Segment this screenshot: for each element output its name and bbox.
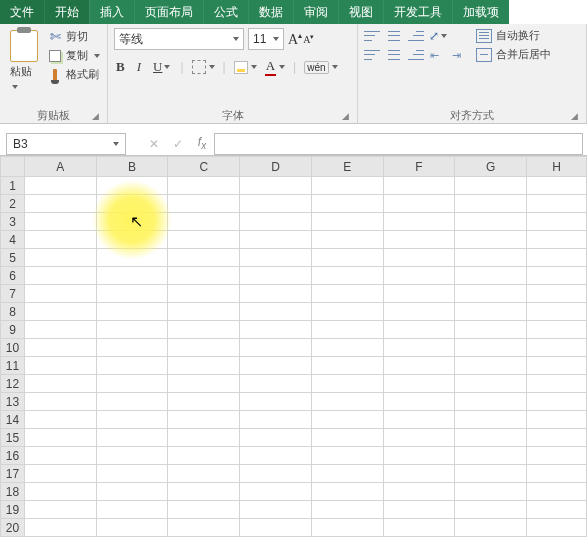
cell[interactable] xyxy=(24,177,96,195)
tab-file[interactable]: 文件 xyxy=(0,0,44,24)
cell[interactable] xyxy=(96,231,168,249)
cell[interactable] xyxy=(383,357,455,375)
cell[interactable] xyxy=(383,519,455,537)
cell[interactable] xyxy=(168,357,240,375)
cell[interactable] xyxy=(455,411,527,429)
cell[interactable] xyxy=(96,501,168,519)
fill-color-button[interactable] xyxy=(234,61,257,74)
cell[interactable] xyxy=(311,447,383,465)
cell[interactable] xyxy=(96,177,168,195)
cell[interactable] xyxy=(168,375,240,393)
cell[interactable] xyxy=(240,195,312,213)
cell[interactable] xyxy=(527,177,587,195)
wrap-text-button[interactable]: 自动换行 xyxy=(476,28,551,43)
column-header[interactable]: H xyxy=(527,157,587,177)
row-header[interactable]: 17 xyxy=(1,465,25,483)
cell[interactable] xyxy=(455,393,527,411)
cell[interactable] xyxy=(24,429,96,447)
border-button[interactable] xyxy=(192,60,215,74)
cell[interactable] xyxy=(527,195,587,213)
cell[interactable] xyxy=(24,285,96,303)
cancel-formula-button[interactable]: ✕ xyxy=(142,137,166,151)
cell[interactable] xyxy=(96,393,168,411)
cell[interactable] xyxy=(527,267,587,285)
increase-font-button[interactable]: A▴ xyxy=(288,31,302,48)
cell[interactable] xyxy=(455,195,527,213)
select-all-corner[interactable] xyxy=(1,157,25,177)
cell[interactable] xyxy=(96,411,168,429)
cell[interactable] xyxy=(168,195,240,213)
cell[interactable] xyxy=(527,447,587,465)
row-header[interactable]: 12 xyxy=(1,375,25,393)
cell[interactable] xyxy=(311,465,383,483)
cell[interactable] xyxy=(311,303,383,321)
column-header[interactable]: B xyxy=(96,157,168,177)
tab-insert[interactable]: 插入 xyxy=(89,0,134,24)
cell[interactable] xyxy=(240,231,312,249)
cell[interactable] xyxy=(527,321,587,339)
cell[interactable] xyxy=(240,375,312,393)
cell[interactable] xyxy=(455,321,527,339)
cell[interactable] xyxy=(455,303,527,321)
decrease-font-button[interactable]: A▾ xyxy=(303,33,314,50)
cell[interactable] xyxy=(24,231,96,249)
cell[interactable] xyxy=(527,501,587,519)
cell[interactable] xyxy=(168,177,240,195)
cell[interactable] xyxy=(96,465,168,483)
cell[interactable] xyxy=(455,177,527,195)
tab-formulas[interactable]: 公式 xyxy=(203,0,248,24)
insert-function-button[interactable]: fx xyxy=(190,135,214,151)
cell[interactable] xyxy=(383,501,455,519)
cell[interactable] xyxy=(383,393,455,411)
cell[interactable] xyxy=(455,231,527,249)
worksheet-grid[interactable]: A B C D E F G H 1 2 3 4 5 6 7 8 9 10 11 … xyxy=(0,156,587,537)
column-header[interactable]: E xyxy=(311,157,383,177)
name-box[interactable]: B3 xyxy=(6,133,126,155)
cell[interactable] xyxy=(240,447,312,465)
cell[interactable] xyxy=(24,303,96,321)
font-size-combo[interactable]: 11 xyxy=(248,28,284,50)
tab-page-layout[interactable]: 页面布局 xyxy=(134,0,203,24)
cell[interactable] xyxy=(383,429,455,447)
cell[interactable] xyxy=(168,285,240,303)
cell[interactable] xyxy=(455,249,527,267)
cell[interactable] xyxy=(311,483,383,501)
cell[interactable] xyxy=(311,393,383,411)
cell[interactable] xyxy=(24,483,96,501)
cell[interactable] xyxy=(168,303,240,321)
cell[interactable] xyxy=(383,177,455,195)
tab-review[interactable]: 审阅 xyxy=(293,0,338,24)
cell[interactable] xyxy=(24,411,96,429)
cell[interactable] xyxy=(168,465,240,483)
cell[interactable] xyxy=(240,465,312,483)
align-bottom-button[interactable] xyxy=(408,29,424,43)
cell[interactable] xyxy=(96,447,168,465)
cell[interactable] xyxy=(240,303,312,321)
row-header[interactable]: 1 xyxy=(1,177,25,195)
cell[interactable] xyxy=(24,267,96,285)
cell[interactable] xyxy=(527,213,587,231)
align-right-button[interactable] xyxy=(408,48,424,62)
cell[interactable] xyxy=(96,483,168,501)
cell[interactable] xyxy=(455,267,527,285)
cell[interactable] xyxy=(240,267,312,285)
cell[interactable] xyxy=(240,393,312,411)
increase-indent-button[interactable]: ⇥ xyxy=(452,48,468,62)
cell[interactable] xyxy=(455,375,527,393)
tab-home[interactable]: 开始 xyxy=(44,0,89,24)
cell[interactable] xyxy=(311,231,383,249)
cell[interactable] xyxy=(383,195,455,213)
cell[interactable] xyxy=(455,447,527,465)
phonetic-button[interactable]: wén xyxy=(304,61,337,74)
cell[interactable] xyxy=(527,393,587,411)
cell[interactable] xyxy=(311,177,383,195)
cell[interactable] xyxy=(240,411,312,429)
cell[interactable] xyxy=(240,357,312,375)
cell[interactable] xyxy=(527,483,587,501)
cell[interactable] xyxy=(383,339,455,357)
row-header[interactable]: 2 xyxy=(1,195,25,213)
column-header[interactable]: G xyxy=(455,157,527,177)
row-header[interactable]: 10 xyxy=(1,339,25,357)
row-header[interactable]: 18 xyxy=(1,483,25,501)
decrease-indent-button[interactable]: ⇤ xyxy=(430,48,446,62)
